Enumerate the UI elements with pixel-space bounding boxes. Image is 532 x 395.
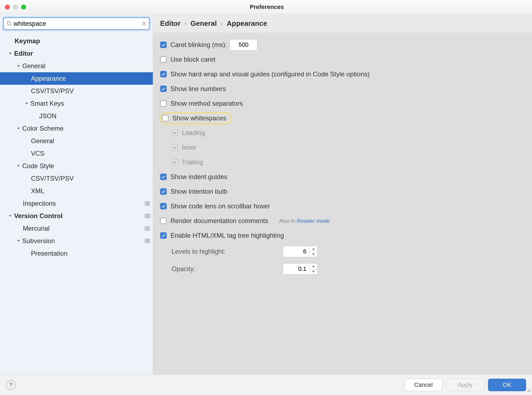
tree-item-label: CSV/TSV/PSV bbox=[31, 87, 150, 95]
cancel-button[interactable]: Cancel bbox=[404, 379, 442, 391]
help-button[interactable]: ? bbox=[6, 380, 16, 390]
label-code-lens: Show code lens on scrollbar hover bbox=[170, 202, 270, 210]
tree-item-presentation[interactable]: Presentation bbox=[0, 247, 153, 260]
tree-item-appearance[interactable]: Appearance bbox=[0, 72, 153, 85]
tree-item-json[interactable]: JSON bbox=[0, 110, 153, 122]
label-render-doc: Render documentation comments bbox=[170, 217, 268, 225]
label-opacity: Opacity: bbox=[172, 265, 283, 273]
label-levels: Levels to highlight: bbox=[172, 248, 283, 255]
checkbox-ws-trailing bbox=[172, 159, 178, 165]
checkbox-indent-guides[interactable] bbox=[160, 174, 167, 180]
tree-item-color-scheme[interactable]: Color Scheme bbox=[0, 122, 153, 135]
tree-item-vcs[interactable]: VCS bbox=[0, 147, 153, 160]
link-reader-mode[interactable]: Reader mode bbox=[297, 218, 330, 224]
breadcrumb-item[interactable]: General bbox=[191, 19, 217, 28]
label-use-block-caret: Use block caret bbox=[170, 56, 215, 63]
stepper-up-icon[interactable] bbox=[309, 264, 317, 269]
svg-marker-7 bbox=[17, 128, 20, 129]
tree-item-xml[interactable]: XML bbox=[0, 185, 153, 197]
chevron-down-icon[interactable] bbox=[24, 102, 29, 105]
search-input[interactable] bbox=[12, 20, 142, 27]
input-caret-blinking-ms[interactable] bbox=[230, 39, 257, 51]
tree-item-subversion[interactable]: Subversion bbox=[0, 235, 153, 247]
svg-marker-8 bbox=[17, 165, 20, 167]
tree-item-label: VCS bbox=[31, 150, 150, 157]
content-pane: Editor › General › Appearance Caret blin… bbox=[153, 14, 532, 374]
svg-marker-14 bbox=[312, 271, 315, 272]
label-ws-inner: Inner bbox=[182, 144, 197, 151]
checkbox-line-numbers[interactable] bbox=[160, 86, 167, 92]
resize-grip-icon[interactable] bbox=[527, 388, 531, 394]
chevron-down-icon[interactable] bbox=[8, 52, 13, 55]
tree-item-label: Version Control bbox=[14, 212, 143, 220]
breadcrumb-item[interactable]: Editor bbox=[160, 19, 180, 28]
svg-point-17 bbox=[530, 390, 530, 391]
titlebar: Preferences bbox=[0, 0, 532, 14]
checkbox-caret-blinking[interactable] bbox=[160, 42, 167, 48]
tree-item-code-style[interactable]: Code Style bbox=[0, 160, 153, 172]
clear-search-icon[interactable] bbox=[142, 21, 146, 26]
tree-item-label: Code Style bbox=[22, 162, 150, 170]
label-tag-tree: Enable HTML/XML tag tree highlighting bbox=[170, 232, 284, 239]
svg-marker-9 bbox=[9, 215, 12, 217]
note-render-doc: Also in Reader mode bbox=[279, 218, 330, 224]
tree-item-editor[interactable]: Editor bbox=[0, 47, 153, 60]
tree-item-keymap[interactable]: Keymap bbox=[0, 35, 153, 47]
checkbox-hard-wrap[interactable] bbox=[160, 71, 167, 77]
tree-item-label: Editor bbox=[14, 50, 150, 57]
checkbox-tag-tree[interactable] bbox=[160, 232, 167, 239]
tree-item-label: General bbox=[31, 137, 150, 145]
checkbox-render-doc[interactable] bbox=[160, 218, 167, 224]
checkbox-intention-bulb[interactable] bbox=[160, 188, 167, 195]
tree-item-label: Keymap bbox=[15, 37, 150, 45]
search-box[interactable] bbox=[3, 17, 150, 30]
checkbox-use-block-caret[interactable] bbox=[160, 56, 167, 63]
tree-item-general[interactable]: General bbox=[0, 135, 153, 147]
chevron-down-icon[interactable] bbox=[16, 127, 21, 130]
svg-line-1 bbox=[10, 24, 11, 26]
stepper-up-icon[interactable] bbox=[309, 246, 317, 252]
tree-item-mercurial[interactable]: Mercurial bbox=[0, 222, 153, 235]
tree-item-csv-tsv-psv[interactable]: CSV/TSV/PSV bbox=[0, 85, 153, 97]
tree-item-label: Color Scheme bbox=[22, 125, 150, 132]
footer: ? Cancel Apply OK bbox=[0, 374, 532, 395]
stepper-down-icon[interactable] bbox=[309, 269, 317, 275]
tree-item-inspections[interactable]: Inspections bbox=[0, 197, 153, 210]
label-caret-blinking: Caret blinking (ms): bbox=[170, 41, 227, 49]
stepper-down-icon[interactable] bbox=[309, 252, 317, 257]
tree-item-label: Appearance bbox=[31, 75, 150, 82]
project-scope-icon bbox=[145, 226, 150, 231]
label-ws-trailing: Trailing bbox=[182, 158, 203, 166]
tree-item-version-control[interactable]: Version Control bbox=[0, 210, 153, 222]
chevron-down-icon[interactable] bbox=[16, 64, 21, 68]
tree-item-csv-tsv-psv[interactable]: CSV/TSV/PSV bbox=[0, 172, 153, 185]
label-show-whitespaces: Show whitespaces bbox=[172, 114, 226, 122]
label-hard-wrap: Show hard wrap and visual guides (config… bbox=[170, 70, 370, 78]
svg-marker-6 bbox=[25, 103, 28, 104]
checkbox-code-lens[interactable] bbox=[160, 203, 167, 209]
chevron-down-icon[interactable] bbox=[16, 239, 21, 243]
label-line-numbers: Show line numbers bbox=[170, 85, 226, 93]
svg-marker-13 bbox=[312, 265, 315, 267]
input-opacity[interactable] bbox=[283, 264, 309, 274]
label-ws-leading: Leading bbox=[182, 129, 205, 137]
breadcrumb: Editor › General › Appearance bbox=[153, 14, 532, 33]
spinner-opacity[interactable] bbox=[283, 263, 318, 275]
tree-item-general[interactable]: General bbox=[0, 60, 153, 72]
spinner-levels[interactable] bbox=[283, 246, 318, 257]
tree-item-label: Subversion bbox=[22, 237, 143, 245]
chevron-down-icon[interactable] bbox=[8, 214, 13, 218]
tree-item-smart-keys[interactable]: Smart Keys bbox=[0, 97, 153, 110]
chevron-down-icon[interactable] bbox=[16, 164, 21, 168]
checkbox-ws-inner bbox=[172, 144, 178, 151]
ok-button[interactable]: OK bbox=[488, 379, 526, 391]
checkbox-show-whitespaces[interactable] bbox=[162, 115, 169, 121]
checkbox-ws-leading bbox=[172, 130, 178, 136]
input-levels[interactable] bbox=[283, 246, 309, 257]
svg-point-0 bbox=[7, 21, 10, 25]
highlight-ring: Show whitespaces bbox=[160, 112, 232, 124]
chevron-right-icon: › bbox=[221, 19, 223, 28]
checkbox-method-separators[interactable] bbox=[160, 100, 167, 107]
svg-marker-4 bbox=[9, 53, 12, 54]
svg-point-15 bbox=[530, 389, 530, 390]
